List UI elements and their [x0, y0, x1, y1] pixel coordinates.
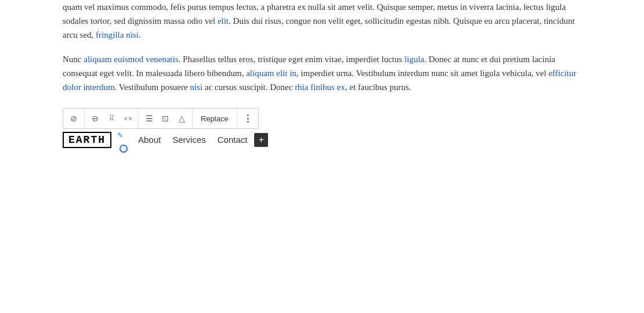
- warning-icon: △: [179, 114, 185, 123]
- block-icon-button[interactable]: ⊘: [66, 110, 82, 127]
- warning-button[interactable]: △: [173, 110, 190, 127]
- paragraph-2: Nunc aliquam euismod venenatis. Phasellu…: [63, 52, 581, 94]
- paragraph-1: quam vel maximus commodo, felis purus te…: [63, 0, 581, 42]
- nav-edit-icon[interactable]: ✎: [117, 131, 128, 140]
- nav-link-services[interactable]: Services: [168, 132, 211, 147]
- more-options-icon: ⋮: [243, 113, 252, 124]
- align-icon: ☰: [146, 114, 153, 123]
- code-button[interactable]: < >: [120, 110, 136, 127]
- nav-logo-circle: [120, 145, 128, 153]
- drag-icon: ⠿: [109, 114, 114, 123]
- nav-add-button[interactable]: +: [254, 133, 268, 147]
- code-icon: < >: [124, 115, 132, 122]
- paragraph-1-link-1[interactable]: elit: [218, 16, 229, 26]
- p2-link-1[interactable]: aliquam euismod venenatis: [84, 55, 178, 64]
- replace-button[interactable]: Replace: [195, 110, 234, 127]
- minus-icon: ⊖: [92, 114, 99, 123]
- nav-logo-text: EARTH: [63, 132, 111, 148]
- nav-link-contact[interactable]: Contact: [213, 132, 252, 147]
- nav-links: About Services Contact: [133, 132, 252, 147]
- minus-button[interactable]: ⊖: [87, 110, 103, 127]
- p2-text-6: ac cursus suscipit. Donec: [202, 82, 295, 92]
- paragraph-1-link-2[interactable]: fringilla nisi: [96, 30, 139, 39]
- nav-logo: EARTH: [63, 132, 111, 148]
- toolbar-group-replace: Replace: [193, 109, 237, 128]
- toolbar-group-format: ☰ ⊡ △: [139, 109, 193, 128]
- p2-link-5[interactable]: nisi: [190, 82, 202, 92]
- text-block: quam vel maximus commodo, felis purus te…: [63, 0, 581, 94]
- crop-icon: ⊡: [162, 114, 169, 123]
- block-toolbar: ⊘ ⊖ ⠿ < > ☰ ⊡ △ Replace: [63, 108, 259, 129]
- p2-link-3[interactable]: aliquam elit in: [246, 69, 296, 78]
- p2-text-4: , imperdiet urna. Vestibulum interdum nu…: [296, 69, 549, 78]
- p2-text-2: . Phasellus tellus eros, tristique eget …: [179, 55, 405, 64]
- more-options-button[interactable]: ⋮: [240, 110, 256, 127]
- align-button[interactable]: ☰: [141, 110, 157, 127]
- toolbar-group-actions: ⊖ ⠿ < >: [85, 109, 139, 128]
- p2-text-7: , et faucibus purus.: [345, 82, 411, 92]
- drag-button[interactable]: ⠿: [103, 110, 120, 127]
- p2-link-2[interactable]: ligula: [404, 55, 424, 64]
- block-icon: ⊘: [70, 114, 77, 123]
- toolbar-group-block: ⊘: [63, 109, 85, 128]
- p2-link-6[interactable]: rhia finibus ex: [295, 82, 345, 92]
- p2-text-5: . Vestibulum posuere: [115, 82, 190, 92]
- p2-text-1: Nunc: [63, 55, 84, 64]
- page-wrapper: quam vel maximus commodo, felis purus te…: [0, 0, 644, 148]
- nav-link-about[interactable]: About: [133, 132, 165, 147]
- nav-block: EARTH ✎ About Services Contact +: [63, 131, 581, 148]
- paragraph-1-end: .: [139, 30, 141, 39]
- crop-button[interactable]: ⊡: [157, 110, 173, 127]
- toolbar-group-more: ⋮: [237, 109, 258, 128]
